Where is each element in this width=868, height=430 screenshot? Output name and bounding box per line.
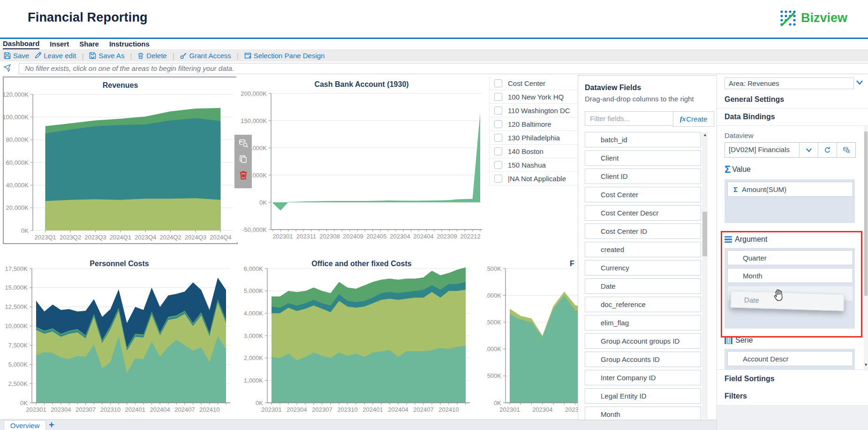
dataview-field[interactable]: Month: [585, 407, 701, 420]
svg-text:202307: 202307: [312, 406, 332, 413]
leave-edit-button[interactable]: Leave edit: [35, 52, 76, 60]
filter-list-item[interactable]: 100 New York HQ: [490, 90, 578, 104]
selection-pane-design-button[interactable]: Selection Pane Design: [244, 52, 325, 60]
filter-list-item[interactable]: |NA Not Applicable: [490, 172, 578, 185]
svg-text:1,000K: 1,000K: [244, 377, 264, 384]
dataview-field[interactable]: Legal Entity ID: [585, 388, 701, 404]
grant-access-button[interactable]: Grant Access: [180, 52, 231, 60]
checkbox[interactable]: [494, 134, 502, 142]
dataview-field[interactable]: Group Accounts ID: [585, 352, 701, 367]
argument-field-month[interactable]: Month: [727, 268, 853, 283]
dataview-field[interactable]: Client ID: [585, 169, 701, 184]
filter-message[interactable]: No filter exists, click on one of the ar…: [19, 63, 868, 74]
area-personnel-costs-chart[interactable]: Personnel Costs 0K2,500K5,000K7,500K10,0…: [3, 256, 236, 418]
svg-text:2023Q3: 2023Q3: [84, 234, 106, 241]
field-label: Legal Entity ID: [601, 392, 647, 400]
field-label: Client ID: [601, 172, 628, 180]
create-field-button[interactable]: fx Create: [673, 111, 714, 127]
scroll-up-arrow[interactable]: ▲: [703, 132, 707, 137]
duplicate-button[interactable]: [238, 154, 249, 165]
checkbox[interactable]: [494, 175, 502, 183]
serie-field-account-descr[interactable]: Account Descr: [727, 351, 853, 366]
checkbox[interactable]: [494, 107, 502, 115]
value-dropzone[interactable]: Σ Amount(SUM): [725, 179, 855, 223]
dataview-field[interactable]: Cost Center Descr: [585, 205, 701, 221]
dataview-field[interactable]: doc_reference: [585, 297, 701, 312]
filter-list-item[interactable]: 140 Boston: [490, 145, 578, 158]
dataview-field[interactable]: Currency: [585, 260, 701, 276]
chevron-down-icon[interactable]: [856, 79, 863, 86]
dataview-field[interactable]: Inter Company ID: [585, 370, 701, 385]
section-data-bindings[interactable]: Data Bindings: [717, 108, 868, 126]
filter-list-item[interactable]: 130 Philadelphia: [490, 131, 578, 145]
dataview-field[interactable]: Date: [585, 278, 701, 294]
dataview-dropdown-button[interactable]: [799, 143, 818, 157]
dataview-label: Dataview: [725, 131, 754, 139]
svg-text:202212: 202212: [460, 233, 480, 240]
leave-edit-label: Leave edit: [44, 52, 76, 60]
area-cash-bank-chart[interactable]: Cash Bank Account (1930) -50,000K0K50,00…: [236, 77, 487, 242]
section-general-settings[interactable]: General Settings: [717, 91, 868, 108]
save-button[interactable]: Save: [4, 52, 29, 60]
filter-list-item[interactable]: 150 Nashua: [490, 158, 578, 172]
drag-hand-cursor: [770, 287, 786, 304]
dataview-field[interactable]: elim_flag: [585, 315, 701, 330]
panel-scrollbar-thumb[interactable]: [864, 131, 868, 296]
filter-list-item[interactable]: Cost Center: [490, 77, 578, 90]
argument-dropzone[interactable]: Quarter Month Date Date: [725, 248, 855, 329]
delete-button[interactable]: Delete: [137, 52, 166, 60]
dataview-field[interactable]: Group Account groups ID: [585, 333, 701, 349]
dataview-fields-panel: Dataview Fields Drag-and-drop columns to…: [578, 75, 717, 420]
add-sheet-button[interactable]: +: [49, 420, 54, 430]
checkbox[interactable]: [494, 161, 502, 169]
scroll-down-arrow[interactable]: ▼: [864, 362, 868, 367]
view-data-button[interactable]: [238, 138, 249, 149]
field-label: Date: [601, 282, 616, 290]
section-filters[interactable]: Filters: [717, 387, 868, 406]
checkbox[interactable]: [494, 79, 502, 87]
value-field-amount[interactable]: Σ Amount(SUM): [727, 182, 853, 197]
dataview-field[interactable]: batch_id: [585, 132, 701, 147]
svg-text:202310: 202310: [100, 406, 121, 413]
filter-fields-input[interactable]: [585, 111, 678, 126]
area-revenues-chart[interactable]: Revenues 0K20,000K40,000K60,000K80,000K1…: [3, 77, 238, 244]
fields-scrollbar-track[interactable]: [702, 132, 708, 419]
dataview-field[interactable]: Cost Center ID: [585, 223, 701, 239]
svg-text:2024Q4: 2024Q4: [210, 234, 231, 241]
area-hover-toolbar: [234, 135, 252, 188]
svg-text:7,500K: 7,500K: [8, 342, 28, 349]
toolbar-separator: |: [130, 52, 132, 60]
argument-field-date-dragging[interactable]: Date: [730, 291, 844, 311]
menu-instructions[interactable]: Instructions: [109, 39, 150, 49]
serie-dropzone[interactable]: Account Descr: [725, 349, 855, 369]
menu-dashboard[interactable]: Dashboard: [3, 39, 39, 49]
argument-field-quarter[interactable]: Quarter: [727, 250, 853, 265]
dataview-inspect-button[interactable]: [837, 143, 855, 157]
value-zone-label: Σ Value: [725, 164, 751, 175]
checkbox[interactable]: [494, 120, 502, 128]
dataview-value[interactable]: [DV02M] Financials: [725, 143, 799, 157]
dataview-refresh-button[interactable]: [818, 143, 837, 157]
fields-scrollbar-thumb[interactable]: [702, 212, 707, 256]
filter-funnel-icon[interactable]: [4, 64, 12, 72]
menu-insert[interactable]: Insert: [50, 39, 69, 49]
area-office-costs-chart[interactable]: Office and other fixed Costs 0K1,000K2,0…: [236, 256, 487, 418]
filter-list-item[interactable]: 120 Baltimore: [490, 117, 578, 131]
checkbox[interactable]: [494, 93, 502, 101]
section-field-sortings[interactable]: Field Sortings: [717, 369, 868, 388]
dataview-field[interactable]: Cost Center: [585, 187, 701, 202]
trash-icon: [239, 170, 248, 180]
checkbox[interactable]: [494, 147, 502, 155]
delete-area-button[interactable]: [238, 169, 249, 180]
menu-share[interactable]: Share: [79, 39, 99, 49]
field-label: batch_id: [601, 136, 627, 144]
dataview-field[interactable]: Client: [585, 150, 701, 166]
area-selector[interactable]: Area: Revenues: [725, 77, 854, 89]
save-as-button[interactable]: Save As: [89, 52, 124, 60]
section-label: Field Sortings: [717, 375, 775, 383]
dataview-field[interactable]: created: [585, 242, 701, 257]
svg-text:500K: 500K: [487, 372, 502, 379]
filter-list-item[interactable]: 110 Washington DC: [490, 104, 578, 117]
tab-overview[interactable]: Overview: [4, 420, 46, 430]
chevron-down-icon: [806, 147, 812, 153]
